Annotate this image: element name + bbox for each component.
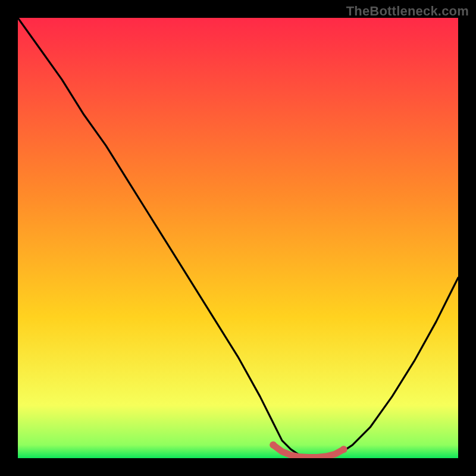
plot-area [18, 18, 458, 458]
bottleneck-chart: TheBottleneck.com [0, 0, 476, 476]
optimal-start [270, 441, 277, 449]
optimal-end [340, 446, 347, 453]
watermark-text: TheBottleneck.com [346, 4, 469, 19]
svg-rect-0 [18, 18, 458, 458]
gradient-background [18, 18, 458, 458]
